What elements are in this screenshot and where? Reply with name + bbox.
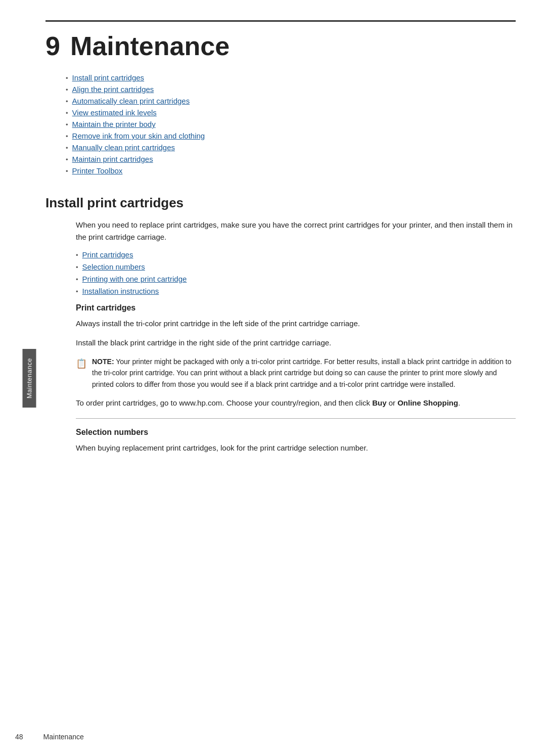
toc-item-4: View estimated ink levels: [66, 108, 516, 117]
sidebar-tab: Maintenance: [22, 349, 36, 408]
toc-link-install[interactable]: Install print cartridges: [72, 73, 145, 82]
order-text-before: To order print cartridges, go to: [76, 398, 179, 407]
note-box: 📋 NOTE: Your printer might be packaged w…: [76, 356, 516, 390]
install-section-body: When you need to replace print cartridge…: [76, 219, 516, 454]
toc-link-toolbox[interactable]: Printer Toolbox: [72, 166, 123, 175]
sub-link-selection-numbers[interactable]: Selection numbers: [82, 262, 145, 271]
order-text-after: . Choose your country/region, and then c…: [222, 398, 372, 407]
toc-item-7: Manually clean print cartridges: [66, 143, 516, 152]
toc-link-auto-clean[interactable]: Automatically clean print cartridges: [72, 97, 190, 105]
sub-link-print-cartridges[interactable]: Print cartridges: [82, 250, 133, 259]
print-cartridges-subheading: Print cartridges: [76, 303, 516, 313]
chapter-header: 9 Maintenance: [46, 20, 516, 61]
toc-link-remove-ink[interactable]: Remove ink from your skin and clothing: [72, 131, 205, 140]
toc-item-6: Remove ink from your skin and clothing: [66, 131, 516, 140]
install-intro: When you need to replace print cartridge…: [76, 219, 516, 243]
toc-link-printer-body[interactable]: Maintain the printer body: [72, 120, 156, 128]
toc-item-8: Maintain print cartridges: [66, 155, 516, 163]
selection-numbers-subheading: Selection numbers: [76, 428, 516, 437]
toc-item-9: Printer Toolbox: [66, 166, 516, 175]
print-cartridges-para1: Always install the tri-color print cartr…: [76, 318, 516, 330]
sub-link-install-instructions[interactable]: Installation instructions: [82, 287, 159, 295]
chapter-title: Maintenance: [70, 31, 230, 61]
install-section-heading: Install print cartridges: [46, 191, 516, 211]
toc-link-align[interactable]: Align the print cartridges: [72, 85, 154, 94]
sub-item-4: Installation instructions: [76, 287, 516, 295]
toc-link-maintain[interactable]: Maintain print cartridges: [72, 155, 153, 163]
sub-item-3: Printing with one print cartridge: [76, 275, 516, 283]
toc-item-1: Install print cartridges: [66, 73, 516, 82]
chapter-number: 9: [46, 31, 60, 61]
sub-item-1: Print cartridges: [76, 250, 516, 259]
note-label: NOTE:: [92, 358, 114, 366]
footer-section: Maintenance: [43, 733, 84, 741]
order-bold-shopping: Online Shopping: [397, 398, 458, 407]
selection-numbers-para: When buying replacement print cartridges…: [76, 442, 516, 454]
print-cartridges-para2: Install the black print cartridge in the…: [76, 337, 516, 349]
toc-item-3: Automatically clean print cartridges: [66, 97, 516, 105]
sub-link-one-cartridge[interactable]: Printing with one print cartridge: [82, 275, 187, 283]
hp-link[interactable]: www.hp.com: [179, 398, 222, 407]
note-text: NOTE: Your printer might be packaged wit…: [92, 356, 516, 390]
note-body-text: Your printer might be packaged with only…: [92, 358, 512, 388]
section-divider: [76, 418, 516, 419]
sub-item-2: Selection numbers: [76, 262, 516, 271]
order-bold-buy: Buy: [372, 398, 386, 407]
toc-link-manual-clean[interactable]: Manually clean print cartridges: [72, 143, 175, 152]
order-text-end: .: [458, 398, 460, 407]
toc-list: Install print cartridges Align the print…: [66, 73, 516, 175]
install-sub-list: Print cartridges Selection numbers Print…: [76, 250, 516, 295]
toc-link-ink-levels[interactable]: View estimated ink levels: [72, 108, 157, 117]
footer: 48 Maintenance: [15, 733, 84, 741]
note-icon: 📋: [76, 357, 87, 371]
toc-item-2: Align the print cartridges: [66, 85, 516, 94]
order-text-mid: or: [386, 398, 397, 407]
footer-page: 48: [15, 733, 23, 741]
toc-item-5: Maintain the printer body: [66, 120, 516, 128]
order-paragraph: To order print cartridges, go to www.hp.…: [76, 397, 516, 409]
